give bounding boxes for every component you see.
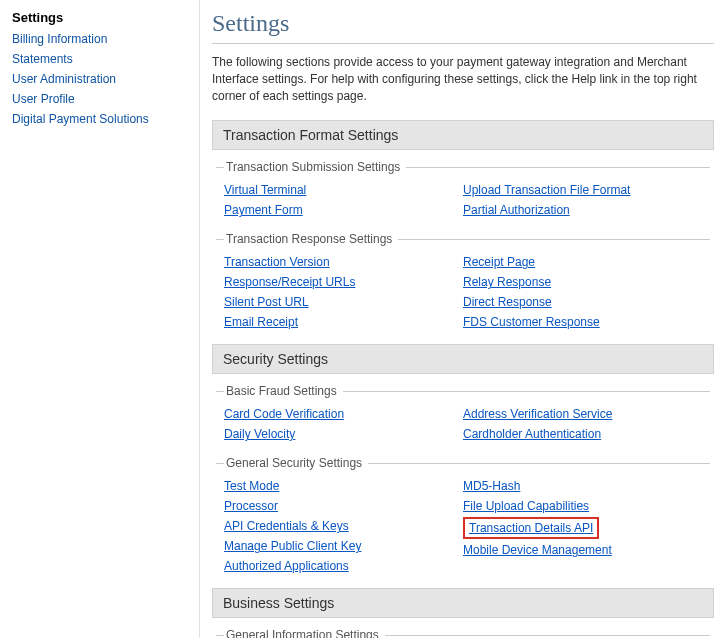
settings-link[interactable]: Relay Response <box>463 273 551 291</box>
title-rule <box>212 43 714 44</box>
settings-group: Transaction Response SettingsTransaction… <box>216 232 710 336</box>
group-legend: Basic Fraud Settings <box>224 384 343 398</box>
settings-link[interactable]: Cardholder Authentication <box>463 425 601 443</box>
settings-group: General Security SettingsTest ModeProces… <box>216 456 710 580</box>
page-title: Settings <box>212 10 714 37</box>
settings-link[interactable]: Address Verification Service <box>463 405 612 423</box>
settings-link[interactable]: Virtual Terminal <box>224 181 306 199</box>
section-header: Transaction Format Settings <box>212 120 714 150</box>
group-legend: Transaction Response Settings <box>224 232 398 246</box>
settings-link[interactable]: Upload Transaction File Format <box>463 181 630 199</box>
settings-link[interactable]: Response/Receipt URLs <box>224 273 355 291</box>
settings-link[interactable]: Mobile Device Management <box>463 541 612 559</box>
settings-link[interactable]: Direct Response <box>463 293 552 311</box>
group-legend: General Information Settings <box>224 628 385 638</box>
intro-text: The following sections provide access to… <box>212 54 714 104</box>
section-header: Business Settings <box>212 588 714 618</box>
settings-link[interactable]: Transaction Details API <box>469 519 593 537</box>
sidebar-title: Settings <box>12 10 187 25</box>
settings-link[interactable]: Manage Public Client Key <box>224 537 361 555</box>
group-legend: General Security Settings <box>224 456 368 470</box>
settings-link[interactable]: Transaction Version <box>224 253 330 271</box>
sidebar-item[interactable]: User Profile <box>12 89 187 109</box>
settings-link[interactable]: Partial Authorization <box>463 201 570 219</box>
settings-link[interactable]: Payment Form <box>224 201 303 219</box>
main-content: Settings The following sections provide … <box>200 0 714 638</box>
sidebar-item[interactable]: User Administration <box>12 69 187 89</box>
highlight-box: Transaction Details API <box>463 517 599 539</box>
sidebar: Settings Billing InformationStatementsUs… <box>0 0 200 638</box>
settings-link[interactable]: Card Code Verification <box>224 405 344 423</box>
section-header: Security Settings <box>212 344 714 374</box>
settings-link[interactable]: Authorized Applications <box>224 557 349 575</box>
sidebar-item[interactable]: Digital Payment Solutions <box>12 109 187 129</box>
settings-link[interactable]: Receipt Page <box>463 253 535 271</box>
settings-link[interactable]: Test Mode <box>224 477 279 495</box>
settings-link[interactable]: MD5-Hash <box>463 477 520 495</box>
sidebar-item[interactable]: Billing Information <box>12 29 187 49</box>
settings-link[interactable]: File Upload Capabilities <box>463 497 589 515</box>
settings-link[interactable]: Silent Post URL <box>224 293 309 311</box>
settings-group: General Information SettingsTransaction … <box>216 628 710 638</box>
settings-link[interactable]: Processor <box>224 497 278 515</box>
settings-link[interactable]: FDS Customer Response <box>463 313 600 331</box>
sidebar-item[interactable]: Statements <box>12 49 187 69</box>
settings-group: Basic Fraud SettingsCard Code Verificati… <box>216 384 710 448</box>
settings-link[interactable]: Email Receipt <box>224 313 298 331</box>
settings-group: Transaction Submission SettingsVirtual T… <box>216 160 710 224</box>
settings-link[interactable]: Daily Velocity <box>224 425 295 443</box>
settings-link[interactable]: API Credentials & Keys <box>224 517 349 535</box>
group-legend: Transaction Submission Settings <box>224 160 406 174</box>
